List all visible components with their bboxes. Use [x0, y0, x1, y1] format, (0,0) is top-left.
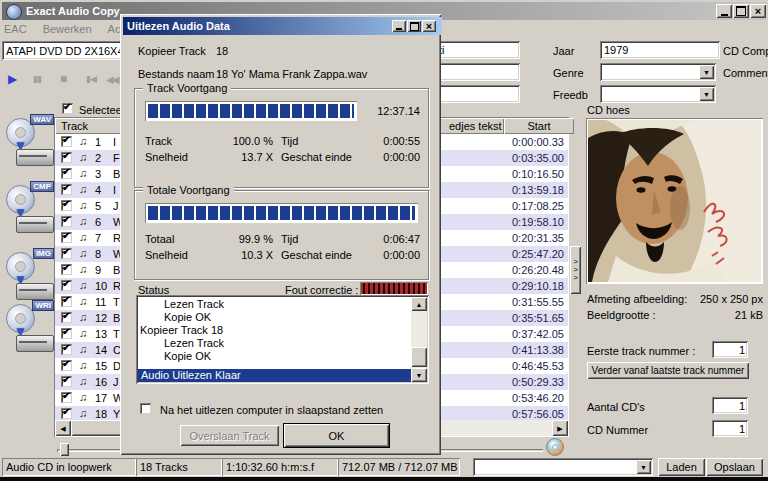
jaar-field[interactable]: 1979 — [600, 41, 720, 59]
cd-nummer-field[interactable]: 1 — [712, 420, 748, 437]
track-checkbox[interactable]: ✔ — [61, 280, 72, 291]
maximize-button[interactable] — [733, 4, 749, 18]
check-icon: ✔ — [62, 278, 70, 289]
opslaan-button[interactable]: Opslaan — [706, 458, 763, 476]
track-checkbox[interactable]: ✔ — [61, 328, 72, 339]
sidebar-badge-label: WAV — [30, 114, 54, 125]
stop-button[interactable]: ■ — [60, 72, 67, 86]
status-log[interactable]: Lezen TrackKopie OKKopieer Track 18Lezen… — [136, 295, 429, 384]
profile-combo[interactable]: ▼ — [473, 458, 653, 476]
rewind-button[interactable]: ◀◀ — [106, 74, 117, 85]
track-checkbox[interactable]: ✔ — [61, 232, 72, 243]
laden-button[interactable]: Laden — [658, 458, 705, 476]
track-checkbox[interactable]: ✔ — [61, 136, 72, 147]
select-all-checkbox[interactable]: ✔ — [62, 103, 73, 114]
music-note-icon: ♫ — [79, 231, 87, 243]
track-checkbox[interactable]: ✔ — [61, 248, 72, 259]
sidebar-badge-label: WRI — [32, 300, 54, 311]
track-checkbox[interactable]: ✔ — [61, 392, 72, 403]
aantal-cds-label: Aantal CD's — [587, 401, 645, 413]
sidebar-img-button[interactable]: ▼IMG — [6, 248, 54, 300]
play-button[interactable]: ▶ — [8, 72, 17, 86]
status-log-scrollbar[interactable]: ▲ ▼ — [411, 297, 427, 382]
check-icon: ✔ — [62, 150, 70, 161]
close-icon: × — [426, 21, 432, 31]
track-checkbox[interactable]: ✔ — [61, 216, 72, 227]
sidebar-wri-button[interactable]: ▼WRI — [6, 300, 54, 352]
pause-button[interactable]: ▮▮ — [33, 74, 41, 84]
verder-button[interactable]: Verder vanaf laatste track nummer — [587, 362, 749, 379]
genre-combo[interactable]: ▼ — [600, 63, 716, 81]
track-title-fragment: I — [113, 184, 116, 196]
screen-edge — [0, 477, 768, 481]
ok-button[interactable]: OK — [283, 423, 390, 448]
check-icon: ✔ — [62, 294, 70, 305]
eerste-track-field[interactable]: 1 — [712, 341, 748, 358]
jaar-value: 1979 — [604, 44, 628, 56]
scroll-left-button[interactable]: ◀ — [55, 420, 71, 436]
drive-slot-icon — [19, 222, 47, 224]
position-slider-thumb[interactable] — [60, 443, 69, 456]
column-header-start[interactable]: Start — [504, 118, 574, 134]
music-note-icon: ♫ — [79, 343, 87, 355]
track-checkbox[interactable]: ✔ — [61, 344, 72, 355]
track-checkbox[interactable]: ✔ — [61, 376, 72, 387]
minimize-button[interactable] — [716, 4, 732, 18]
track-checkbox[interactable]: ✔ — [61, 152, 72, 163]
sleep-checkbox[interactable] — [140, 403, 151, 414]
sidebar-badge-label: CMP — [30, 181, 54, 192]
chevron-down-icon: ▼ — [703, 69, 710, 76]
menu-eac[interactable]: EAC — [4, 23, 27, 38]
genre-dropdown-button[interactable]: ▼ — [699, 65, 714, 79]
track-label: Track — [145, 135, 172, 147]
track-checkbox[interactable]: ✔ — [61, 184, 72, 195]
minimize-icon — [721, 14, 728, 16]
menu-bewerken[interactable]: Bewerken — [43, 23, 92, 38]
music-note-icon: ♫ — [79, 151, 87, 163]
track-checkbox[interactable]: ✔ — [61, 408, 72, 419]
track-checkbox[interactable]: ✔ — [61, 200, 72, 211]
track-start-time: 0:50:29.33 — [512, 376, 564, 388]
freedb-label: Freedb — [553, 89, 588, 101]
sidebar-cmp-button[interactable]: ▼CMP — [6, 181, 54, 233]
cd-compo-label: CD Compo — [723, 45, 768, 57]
prev-button[interactable]: ▮◀ — [86, 74, 96, 84]
vscroll-thumb[interactable] — [411, 347, 427, 367]
status-log-selected[interactable]: Audio Uitlezen Klaar — [138, 369, 411, 382]
minimize-icon — [396, 28, 402, 30]
track-progressbar — [145, 101, 357, 121]
splitter-expand-button[interactable]: > > > — [570, 246, 581, 294]
exact-audio-copy-window: Exact Audio Copy × EAC Bewerken Acties A… — [0, 0, 768, 481]
beeldgrootte-label: Beeldgrootte : — [587, 309, 656, 321]
scroll-up-button[interactable]: ▲ — [411, 297, 427, 311]
track-checkbox[interactable]: ✔ — [61, 168, 72, 179]
geschat-einde-label: Geschat einde — [281, 151, 352, 163]
track-checkbox[interactable]: ✔ — [61, 312, 72, 323]
track-checkbox[interactable]: ✔ — [61, 360, 72, 371]
drive-combo-value: ATAPI DVD DD 2X16X4X — [6, 45, 131, 57]
close-button[interactable]: × — [750, 4, 766, 18]
freedb-dropdown-button[interactable]: ▼ — [699, 87, 714, 101]
snelheid-value: 13.7 X — [213, 151, 273, 163]
check-icon: ✔ — [62, 230, 70, 241]
track-number: 12 — [95, 312, 107, 324]
chevron-down-icon: ▼ — [640, 464, 647, 471]
album-art-image — [588, 120, 761, 282]
dialog-close-button[interactable]: × — [422, 20, 436, 32]
aantal-cds-field[interactable]: 1 — [712, 397, 748, 414]
track-voortgang-caption: Track Voortgang — [143, 82, 231, 94]
profile-dropdown-button[interactable]: ▼ — [636, 460, 651, 474]
freedb-combo[interactable]: ▼ — [600, 85, 716, 103]
check-icon: ✔ — [63, 101, 71, 112]
sidebar-wav-button[interactable]: ▼WAV — [6, 114, 54, 166]
scroll-down-button[interactable]: ▼ — [411, 368, 427, 382]
check-icon: ✔ — [62, 374, 70, 385]
track-checkbox[interactable]: ✔ — [61, 296, 72, 307]
status-log-lines: Lezen TrackKopie OKKopieer Track 18Lezen… — [138, 298, 411, 363]
track-checkbox[interactable]: ✔ — [61, 264, 72, 275]
scroll-right-button[interactable]: ▶ — [552, 420, 568, 436]
dialog-minimize-button[interactable] — [392, 20, 406, 32]
dialog-maximize-button[interactable] — [407, 20, 421, 32]
main-window-title: Exact Audio Copy — [26, 5, 120, 17]
track-start-time: 0:29:10.18 — [512, 280, 564, 292]
